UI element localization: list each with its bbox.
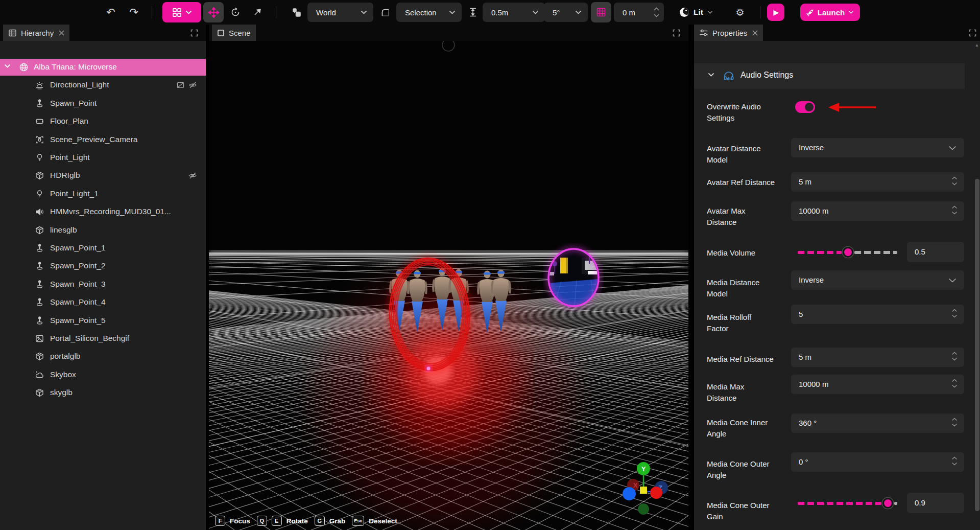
stepper-arrows-icon[interactable]	[951, 418, 958, 427]
hierarchy-item-point-light[interactable]: Point_Light	[0, 149, 206, 166]
globe-icon	[19, 62, 29, 72]
toggle-overwrite-audio-settings[interactable]	[795, 101, 815, 113]
slider-knob[interactable]	[843, 247, 853, 258]
slider-media-cone-outer-gain[interactable]	[798, 498, 897, 509]
hierarchy-item-label: skyglb	[50, 388, 73, 397]
reparent-button[interactable]	[288, 0, 305, 25]
stepper-arrows-icon[interactable]	[951, 456, 958, 466]
svg-text:Y: Y	[641, 465, 646, 473]
corner-radius-button[interactable]	[378, 0, 392, 25]
hierarchy-item-linesglb[interactable]: linesglb	[0, 222, 206, 239]
camera-icon	[35, 135, 44, 145]
floor-plan-icon	[35, 117, 44, 126]
hierarchy-item-portalglb[interactable]: portalglb	[0, 348, 206, 365]
stepper-value: 10000 m	[799, 380, 828, 388]
spawn-point-icon	[35, 243, 44, 253]
stepper-media-rolloff-factor[interactable]: 5	[791, 305, 964, 324]
eye-slash-icon[interactable]	[188, 171, 197, 180]
slider-media-volume[interactable]	[798, 247, 897, 258]
hierarchy-item-directional-light[interactable]: Directional_Light	[0, 77, 206, 94]
stepper-media-max-distance[interactable]: 10000 m	[791, 375, 964, 394]
stepper-arrows-icon[interactable]	[951, 352, 958, 361]
chevron-down-icon	[708, 73, 716, 80]
undo-button[interactable]: ↶	[102, 0, 119, 25]
dropdown-value: Inverse	[799, 275, 824, 284]
slider-track-filled	[798, 502, 881, 505]
value-media-volume[interactable]: 0.5	[907, 242, 964, 262]
hierarchy-item-floor-plan[interactable]: Floor_Plan	[0, 113, 206, 130]
chevron-down-icon	[707, 11, 712, 14]
tab-hierarchy[interactable]: Hierarchy	[3, 25, 69, 41]
hierarchy-item-spawn-point-3[interactable]: Spawn_Point_3	[0, 276, 206, 293]
properties-expand-icon[interactable]	[969, 29, 976, 37]
hierarchy-item-hmmvrs-recording-mud30-01[interactable]: HMMvrs_Recording_MUD30_01...	[0, 203, 206, 220]
stepper-avatar-max-distance[interactable]: 10000 m	[791, 201, 964, 221]
grid-menu-button[interactable]	[162, 2, 201, 22]
slider-value: 0.5	[915, 247, 925, 256]
hierarchy-item-portal-silicon-bechgif[interactable]: Portal_Silicon_Bechgif	[0, 330, 206, 347]
hierarchy-item-alba-triana-microverse[interactable]: Alba Triana: Microverse	[0, 59, 206, 76]
stepper-media-cone-inner-angle[interactable]: 360 °	[791, 413, 964, 433]
pivot-mode-dropdown[interactable]: Selection	[396, 3, 462, 22]
play-button[interactable]: ▶	[767, 4, 784, 21]
stepper-arrows-icon[interactable]	[951, 176, 958, 186]
hierarchy-item-point-light-1[interactable]: Point_Light_1	[0, 186, 206, 202]
close-icon[interactable]	[752, 30, 758, 36]
scale-tool-button[interactable]	[249, 0, 265, 25]
toolbar-divider	[276, 6, 276, 18]
dropdown-media-distance-model[interactable]: Inverse	[791, 270, 964, 290]
section-audio-settings[interactable]: Audio Settings	[694, 63, 965, 89]
stepper-value: 0 °	[799, 457, 808, 466]
properties-panel: Properties Audio SettingsOverwrite Audio…	[694, 25, 980, 530]
settings-button[interactable]: ⚙	[732, 0, 748, 25]
prop-label-avatar-ref-distance: Avatar Ref Distance	[707, 177, 794, 188]
hierarchy-item-spawn-point-1[interactable]: Spawn_Point_1	[0, 240, 206, 257]
dropdown-avatar-distance-model[interactable]: Inverse	[791, 138, 964, 157]
properties-scrollbar[interactable]	[975, 42, 979, 529]
stepper-media-cone-outer-angle[interactable]: 0 °	[791, 452, 964, 472]
rotate-tool-button[interactable]	[228, 0, 243, 25]
hierarchy-item-scene-preview-camera[interactable]: Scene_Preview_Camera	[0, 131, 206, 148]
eye-slash-icon[interactable]	[188, 81, 197, 89]
chevron-down-icon[interactable]	[4, 64, 11, 71]
move-snap-dropdown[interactable]: 0.5m	[483, 3, 545, 22]
hierarchy-item-hdriglb[interactable]: HDRIglb	[0, 167, 206, 184]
scrollbar-thumb[interactable]	[975, 179, 979, 511]
stepper-media-ref-distance[interactable]: 5 m	[791, 348, 964, 367]
hierarchy-item-spawn-point-5[interactable]: Spawn_Point_5	[0, 312, 206, 329]
move-tool-button[interactable]	[203, 2, 224, 22]
stepper-arrows-icon[interactable]	[951, 379, 958, 388]
height-snap-stepper[interactable]: 0 m	[614, 3, 664, 22]
stepper-arrows-icon[interactable]	[951, 205, 958, 215]
vertical-align-button[interactable]	[466, 0, 480, 25]
undo-icon: ↶	[106, 6, 115, 18]
scene-viewport[interactable]: ZXY FFocusQERotateGGrabEscDeselect	[209, 41, 688, 530]
tab-properties[interactable]: Properties	[694, 25, 763, 41]
close-icon[interactable]	[59, 30, 64, 36]
redo-button[interactable]: ↷	[125, 0, 142, 25]
launch-button[interactable]: Launch	[800, 4, 860, 21]
hierarchy-item-spawn-point-4[interactable]: Spawn_Point_4	[0, 294, 206, 311]
skybox-icon	[35, 370, 44, 380]
rotate-snap-dropdown[interactable]: 5°	[544, 3, 588, 22]
stepper-avatar-ref-distance[interactable]: 5 m	[791, 172, 964, 192]
hierarchy-item-label: Spawn_Point_4	[50, 297, 106, 307]
hierarchy-item-spawn-point-2[interactable]: Spawn_Point_2	[0, 258, 206, 274]
tab-scene[interactable]: Scene	[212, 25, 256, 41]
slider-knob[interactable]	[882, 498, 893, 509]
hierarchy-item-skybox[interactable]: Skybox	[0, 366, 206, 383]
launch-label: Launch	[818, 8, 845, 17]
hierarchy-item-spawn-point[interactable]: Spawn_Point	[0, 95, 206, 112]
shading-mode-button[interactable]: Lit	[674, 0, 718, 25]
value-media-cone-outer-gain[interactable]: 0.9	[907, 493, 964, 513]
hierarchy-item-skyglb[interactable]: skyglb	[0, 384, 206, 401]
frame-slash-icon[interactable]	[176, 81, 185, 89]
stepper-arrows-icon[interactable]	[951, 309, 958, 318]
grid-snap-button[interactable]	[591, 2, 611, 22]
transform-space-dropdown[interactable]: World	[307, 3, 373, 22]
hierarchy-expand-icon[interactable]	[190, 29, 198, 37]
audio-clip-icon	[35, 207, 44, 217]
scene-expand-icon[interactable]	[673, 29, 680, 37]
spawn-point-icon	[35, 280, 44, 289]
properties-tab-icon	[699, 28, 708, 37]
